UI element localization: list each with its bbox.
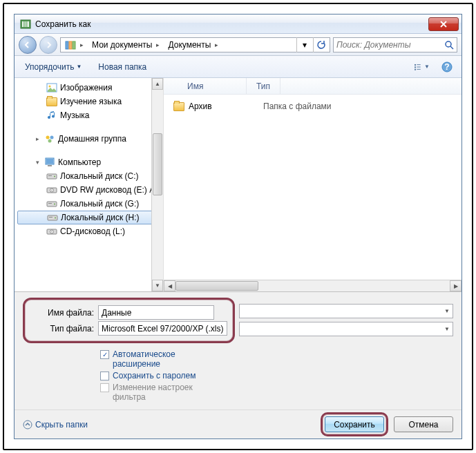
svg-point-34 — [23, 421, 32, 429]
window-title: Сохранить как — [35, 19, 428, 29]
svg-point-29 — [55, 218, 56, 219]
titlebar: Сохранить как — [15, 15, 461, 34]
app-icon — [20, 19, 31, 30]
breadcrumb-segment-0[interactable]: Мои документы▸ — [89, 38, 164, 52]
save-as-dialog: Сохранить как ▸ Мои документы▸ Документы… — [14, 14, 462, 439]
breadcrumb-root[interactable]: ▸ — [62, 38, 88, 52]
svg-point-26 — [54, 204, 55, 205]
file-pane: Имя Тип Архив Папка с файлами ◀ ▶ — [164, 78, 461, 291]
svg-point-20 — [54, 176, 55, 177]
search-icon[interactable] — [444, 40, 454, 50]
save-button[interactable]: Сохранить — [325, 416, 384, 432]
music-icon — [46, 110, 57, 121]
tree-item[interactable]: Музыка — [15, 108, 163, 122]
nav-bar: ▸ Мои документы▸ Документы▸ ▾ — [15, 34, 461, 56]
picture-icon — [46, 82, 57, 93]
tree-item[interactable]: ▾Компьютер — [15, 155, 163, 169]
new-folder-button[interactable]: Новая папка — [95, 60, 150, 74]
folder-icon — [173, 102, 184, 111]
svg-rect-27 — [48, 203, 52, 204]
svg-rect-17 — [46, 159, 53, 164]
svg-rect-18 — [48, 165, 52, 166]
sidebar-scrollbar[interactable]: ▲ ▼ — [151, 78, 163, 291]
password-checkbox[interactable]: Сохранить с паролем — [100, 371, 453, 380]
dvd-icon — [46, 226, 57, 237]
filetype-label: Тип файла: — [30, 324, 94, 334]
search-input[interactable] — [336, 40, 444, 50]
filename-highlight: Имя файла: Данные Тип файла: Microsoft E… — [23, 298, 235, 343]
svg-rect-7 — [415, 66, 416, 68]
footer: Скрыть папки Сохранить Отмена — [15, 409, 461, 438]
svg-rect-30 — [49, 217, 53, 218]
filter-checkbox: Изменение настроек фильтра — [100, 383, 453, 402]
svg-point-5 — [446, 41, 451, 47]
tree-item[interactable]: CD-дисковод (L:) — [15, 224, 163, 238]
breadcrumb-dropdown[interactable]: ▾ — [296, 37, 312, 52]
tree-item[interactable]: Локальный диск (H:) — [17, 211, 160, 224]
column-headers: Имя Тип — [164, 78, 461, 95]
filename-input[interactable]: Данные — [98, 305, 214, 320]
svg-point-15 — [48, 139, 52, 143]
form-area: Имя файла: Данные Тип файла: Microsoft E… — [15, 292, 461, 409]
refresh-button[interactable] — [313, 37, 328, 52]
folder-tree[interactable]: ИзображенияИзучение языкаМузыка▸Домашняя… — [15, 78, 164, 291]
tree-item[interactable]: Изучение языка — [15, 95, 163, 108]
help-button[interactable]: ? — [439, 59, 455, 75]
file-hscrollbar[interactable]: ◀ ▶ — [164, 280, 461, 291]
toolbar: Упорядочить ▼ Новая папка ▼ ? — [15, 56, 461, 78]
breadcrumb[interactable]: ▸ Мои документы▸ Документы▸ ▾ — [60, 37, 330, 52]
filetype-dropdown[interactable]: ▼ — [239, 322, 453, 336]
organize-button[interactable]: Упорядочить ▼ — [21, 60, 85, 74]
content-area: ИзображенияИзучение языкаМузыка▸Домашняя… — [15, 78, 461, 292]
tree-item[interactable]: Локальный диск (G:) — [15, 197, 163, 211]
file-list[interactable]: Архив Папка с файлами — [164, 95, 461, 280]
tree-item[interactable]: Изображения — [15, 81, 163, 95]
svg-rect-4 — [73, 41, 75, 49]
view-button[interactable]: ▼ — [415, 59, 430, 75]
search-box[interactable] — [333, 37, 457, 52]
close-button[interactable] — [428, 17, 459, 31]
breadcrumb-segment-1[interactable]: Документы▸ — [165, 38, 222, 52]
column-name[interactable]: Имя — [164, 78, 247, 94]
svg-rect-2 — [66, 41, 68, 49]
column-type[interactable]: Тип — [247, 78, 280, 94]
svg-rect-8 — [415, 68, 416, 70]
auto-extension-checkbox[interactable]: ✓Автоматическое расширение — [100, 349, 453, 369]
hide-folders-button[interactable]: Скрыть папки — [23, 420, 88, 430]
svg-rect-6 — [415, 64, 416, 65]
svg-point-33 — [51, 231, 53, 233]
tree-item[interactable]: ▸Домашняя группа — [15, 132, 163, 146]
drive-icon — [47, 212, 58, 223]
svg-point-24 — [51, 190, 53, 191]
tree-item[interactable]: DVD RW дисковод (E:) Au — [15, 183, 163, 197]
library-icon — [65, 39, 76, 50]
filename-dropdown[interactable]: ▼ — [239, 304, 453, 318]
svg-point-14 — [50, 136, 54, 139]
filetype-select[interactable]: Microsoft Excel 97/2000/XP (.xls) — [98, 321, 227, 336]
homegroup-icon — [44, 133, 55, 144]
back-button[interactable] — [19, 36, 37, 54]
computer-icon — [44, 157, 55, 168]
filename-label: Имя файла: — [30, 308, 94, 318]
dvd-icon — [46, 184, 57, 195]
cancel-button[interactable]: Отмена — [394, 416, 453, 432]
svg-point-13 — [46, 136, 50, 139]
file-row[interactable]: Архив Папка с файлами — [164, 99, 461, 114]
svg-text:?: ? — [444, 62, 449, 72]
save-button-highlight: Сохранить — [321, 412, 388, 436]
drive-icon — [46, 198, 57, 209]
svg-rect-21 — [48, 175, 52, 176]
folder-icon — [46, 96, 57, 107]
drive-icon — [46, 171, 57, 182]
svg-point-12 — [49, 86, 51, 88]
svg-rect-3 — [69, 41, 72, 49]
tree-item[interactable]: Локальный диск (C:) — [15, 169, 163, 183]
forward-button[interactable] — [39, 36, 57, 54]
